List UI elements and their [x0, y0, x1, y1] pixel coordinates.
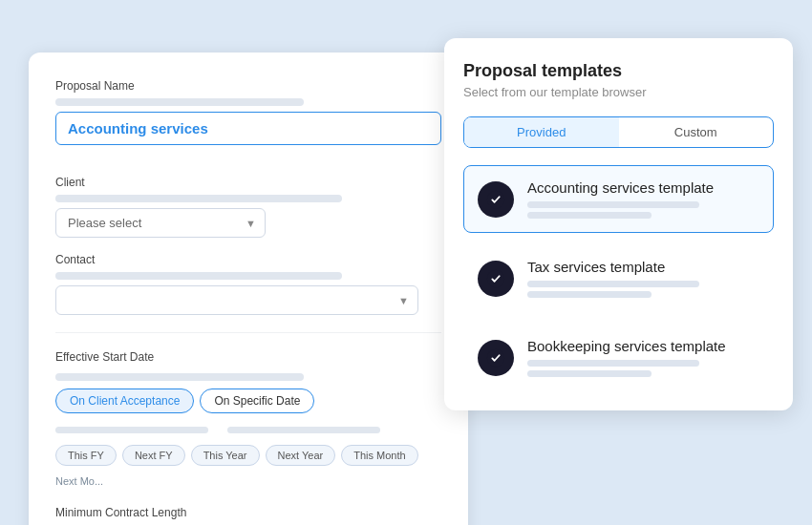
min-contract-field: Minimum Contract Length 12 months ▼	[55, 506, 441, 525]
right-card: Proposal templates Select from our templ…	[444, 38, 793, 410]
client-label: Client	[55, 176, 441, 189]
skeleton	[527, 201, 699, 208]
template-name-tax: Tax services template	[527, 259, 759, 275]
proposal-name-input[interactable]	[55, 112, 441, 145]
skeleton	[527, 370, 652, 377]
proposal-name-field: Proposal Name	[55, 79, 441, 160]
template-icon-tax	[478, 261, 514, 297]
skeleton	[55, 272, 342, 280]
on-specific-date-tab[interactable]: On Specific Date	[200, 388, 314, 413]
contact-field: Contact ▼	[55, 253, 441, 315]
skeleton-row	[55, 427, 441, 437]
template-skeletons	[527, 360, 759, 377]
client-select-wrapper: Please select ▼	[55, 208, 266, 238]
contact-select[interactable]	[55, 285, 418, 315]
contact-label: Contact	[55, 253, 441, 266]
skeleton	[55, 373, 304, 381]
template-item-accounting[interactable]: Accounting services template	[463, 165, 774, 233]
next-fy-btn[interactable]: Next FY	[122, 445, 185, 466]
skeleton	[527, 360, 699, 367]
template-name-bookkeeping: Bookkeeping services template	[527, 338, 759, 354]
skeleton	[55, 195, 342, 202]
skeleton	[527, 281, 699, 287]
this-month-btn[interactable]: This Month	[341, 445, 417, 466]
template-info-bookkeeping: Bookkeeping services template	[527, 338, 759, 377]
template-item-tax[interactable]: Tax services template	[463, 244, 774, 312]
min-contract-label: Minimum Contract Length	[55, 506, 441, 519]
template-tab-group: Provided Custom	[463, 116, 774, 148]
template-name-accounting: Accounting services template	[527, 179, 759, 196]
template-info-accounting: Accounting services template	[527, 179, 759, 219]
template-info-tax: Tax services template	[527, 259, 759, 298]
client-select[interactable]: Please select	[55, 208, 266, 238]
proposal-name-label: Proposal Name	[55, 79, 441, 93]
skeleton	[227, 427, 380, 433]
template-icon-bookkeeping	[478, 340, 514, 376]
client-field: Client Please select ▼	[55, 176, 441, 238]
template-icon-accounting	[478, 181, 514, 218]
effective-date-field: Effective Start Date On Client Acceptanc…	[55, 350, 441, 491]
template-skeletons	[527, 281, 759, 298]
on-client-acceptance-tab[interactable]: On Client Acceptance	[55, 388, 194, 413]
contact-select-wrapper: ▼	[55, 285, 418, 315]
divider	[55, 332, 441, 333]
date-tab-group: On Client Acceptance On Specific Date	[55, 388, 441, 413]
this-year-btn[interactable]: This Year	[191, 445, 260, 466]
template-skeletons	[527, 201, 759, 219]
left-card: Proposal Name Client Please select ▼ Con…	[29, 52, 468, 525]
panel-title: Proposal templates	[463, 61, 774, 81]
next-month-label[interactable]: Next Mo...	[55, 472, 103, 491]
skeleton	[55, 427, 208, 433]
effective-date-label: Effective Start Date	[55, 350, 441, 364]
next-year-btn[interactable]: Next Year	[266, 445, 336, 466]
skeleton	[527, 212, 652, 219]
template-item-bookkeeping[interactable]: Bookkeeping services template	[463, 324, 774, 391]
skeleton	[527, 291, 652, 298]
provided-tab[interactable]: Provided	[464, 117, 619, 147]
template-list: Accounting services template Tax service…	[463, 165, 774, 391]
this-fy-btn[interactable]: This FY	[55, 445, 117, 466]
skeleton	[55, 98, 304, 106]
panel-subtitle: Select from our template browser	[463, 85, 774, 99]
quick-date-group: This FY Next FY This Year Next Year This…	[55, 445, 441, 491]
custom-tab[interactable]: Custom	[619, 117, 774, 147]
